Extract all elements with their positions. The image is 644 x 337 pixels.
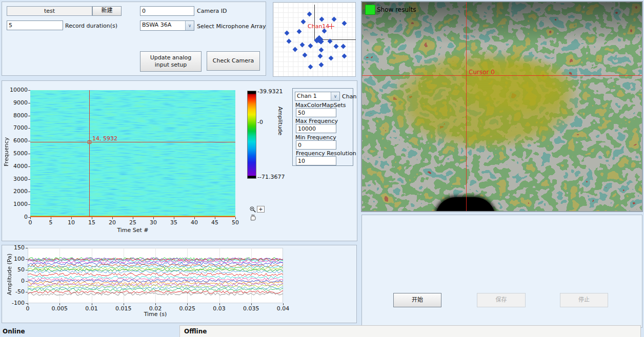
channel-select[interactable]: Chan 1 bbox=[295, 92, 340, 101]
check-camera-button[interactable]: Check Camera bbox=[207, 51, 260, 71]
array-cursor-cross[interactable] bbox=[329, 26, 334, 27]
offline-status-strip: Offline bbox=[179, 325, 641, 337]
waveform-trace bbox=[28, 270, 283, 273]
camera-cursor-vertical[interactable] bbox=[466, 2, 467, 211]
test-name-field[interactable]: test bbox=[7, 6, 92, 16]
colorbar-min-label: --71.3677 bbox=[257, 174, 285, 180]
chevron-down-icon[interactable] bbox=[331, 92, 339, 100]
max-frequency-input[interactable] bbox=[296, 124, 336, 133]
spectrogram-xlabel: Time Set # bbox=[102, 227, 164, 234]
waveform-traces bbox=[28, 248, 283, 303]
spectrogram-cursor-horizontal[interactable] bbox=[30, 142, 235, 142]
waveform-trace bbox=[28, 273, 283, 276]
frequency-resolution-input[interactable] bbox=[296, 156, 336, 165]
microphone-array-value: BSWA 36A bbox=[140, 21, 185, 30]
camera-cursor-horizontal[interactable] bbox=[362, 75, 642, 76]
pan-tool-icon[interactable] bbox=[249, 214, 256, 221]
channel-select-value: Chan 1 bbox=[295, 92, 331, 100]
spectrogram-plot[interactable] bbox=[30, 90, 235, 217]
cursor-tool-icon[interactable] bbox=[257, 206, 265, 213]
chevron-down-icon[interactable] bbox=[185, 21, 194, 30]
colorbar-mid-label: -0 bbox=[257, 119, 263, 125]
camera-cursor-label: Cursor 0 bbox=[469, 69, 495, 76]
spectrogram-cursor-vertical[interactable] bbox=[89, 90, 90, 217]
acoustic-camera-app: { "config": { "test_value": "test", "new… bbox=[0, 0, 644, 337]
waveform-trace bbox=[28, 292, 283, 296]
waveform-trace bbox=[28, 264, 283, 267]
min-frequency-input[interactable] bbox=[296, 140, 336, 150]
max-colormap-sets-input[interactable] bbox=[296, 108, 336, 117]
record-duration-label: Record duration(s) bbox=[65, 23, 117, 29]
waveform-trace bbox=[28, 262, 283, 265]
array-crosshair-vertical bbox=[314, 5, 315, 40]
waveform-xlabel: Time (s) bbox=[127, 311, 184, 318]
spectrogram-zero-band bbox=[30, 216, 235, 217]
array-cursor-label: Chan14 bbox=[308, 23, 329, 30]
array-crosshair-horizontal bbox=[314, 39, 356, 40]
test-name-value: test bbox=[44, 8, 55, 14]
camera-id-input[interactable] bbox=[140, 6, 194, 16]
stop-button: 停止 bbox=[560, 293, 608, 307]
save-button: 保存 bbox=[477, 293, 526, 307]
microphone-array-label: Select Microphone Array bbox=[197, 23, 266, 30]
spectrogram-cursor-label: 14, 5932 bbox=[92, 135, 117, 142]
show-results-label: Show results bbox=[377, 6, 416, 13]
camera-view[interactable]: Cursor 0 Show results bbox=[361, 1, 643, 212]
offline-status-label: Offline bbox=[184, 328, 207, 335]
zoom-tool-icon[interactable] bbox=[249, 206, 256, 213]
waveform-trace bbox=[28, 267, 283, 270]
online-status-label: Online bbox=[3, 328, 25, 335]
camera-id-label: Camera ID bbox=[197, 8, 227, 14]
show-results-led[interactable] bbox=[365, 5, 375, 15]
colorbar-axis-label: Amplitude bbox=[277, 107, 284, 135]
record-duration-input[interactable] bbox=[7, 20, 63, 30]
new-button[interactable]: 新建 bbox=[92, 6, 122, 16]
amplitude-colorbar bbox=[247, 91, 256, 179]
spectrogram-cursor-marker[interactable] bbox=[88, 140, 91, 144]
camera-photo-shading bbox=[362, 2, 642, 211]
spectrogram-ylabel: Frequency bbox=[3, 137, 10, 166]
actions-panel bbox=[361, 215, 642, 328]
start-button[interactable]: 开始 bbox=[393, 293, 441, 307]
microphone-array-select[interactable]: BSWA 36A bbox=[140, 20, 194, 31]
waveform-ylabel: Amplitude (Pa) bbox=[6, 254, 13, 295]
update-analog-input-button[interactable]: Update analog input setup bbox=[140, 51, 202, 72]
colorbar-max-label: -39.9321 bbox=[257, 88, 283, 95]
channel-select-label: Chan bbox=[342, 93, 356, 100]
